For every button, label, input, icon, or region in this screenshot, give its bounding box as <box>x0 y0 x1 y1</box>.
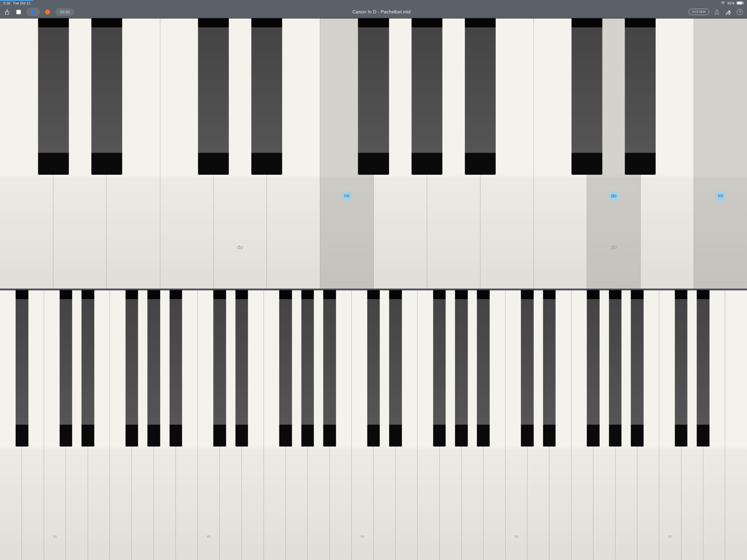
black-key[interactable] <box>631 290 644 447</box>
black-key[interactable] <box>697 290 710 447</box>
battery-percentage: 91% <box>727 1 735 5</box>
black-key[interactable] <box>279 290 292 447</box>
keyboard-upper: domidodomi <box>0 18 747 288</box>
black-key[interactable] <box>433 290 446 447</box>
black-key[interactable] <box>358 18 389 175</box>
song-title: Canon In D - Pachelbel.mid <box>78 9 685 15</box>
black-key[interactable] <box>213 290 226 447</box>
active-note-marker: mi <box>716 191 725 201</box>
sustain-button[interactable]: SUSTAIN <box>689 9 709 15</box>
record-button[interactable] <box>44 8 51 16</box>
key-label: do <box>361 535 364 538</box>
black-key[interactable] <box>301 290 314 447</box>
play-icon <box>32 9 35 15</box>
keyboard-lower: dododododo <box>0 290 747 560</box>
black-key[interactable] <box>198 18 229 175</box>
black-key[interactable] <box>323 290 336 447</box>
black-key[interactable] <box>625 18 656 175</box>
black-key[interactable] <box>477 290 490 447</box>
black-key[interactable] <box>16 290 28 447</box>
play-button[interactable] <box>26 8 40 16</box>
keyboard-area: domidodomi dododododo <box>0 18 747 560</box>
stop-button[interactable] <box>15 8 22 16</box>
key-label: do <box>53 535 57 538</box>
wifi-icon <box>721 1 725 5</box>
black-key[interactable] <box>126 290 138 447</box>
status-bar: 2:18 Tue Oct 12 91% <box>0 0 747 6</box>
key-label: do <box>668 535 672 538</box>
key-label: do <box>207 535 210 538</box>
black-key[interactable] <box>543 290 556 447</box>
key-label: do <box>515 535 518 538</box>
key-label: do <box>237 244 243 251</box>
black-key[interactable] <box>609 290 622 447</box>
help-button[interactable]: ? <box>736 8 744 16</box>
black-key[interactable] <box>521 290 534 447</box>
svg-rect-2 <box>743 2 744 4</box>
black-key[interactable] <box>81 290 94 447</box>
settings-button[interactable] <box>725 8 732 16</box>
toolbar: 00:39 Canon In D - Pachelbel.mid SUSTAIN… <box>0 6 747 18</box>
help-icon: ? <box>737 9 743 15</box>
black-key[interactable] <box>389 290 402 447</box>
black-key[interactable] <box>675 290 688 447</box>
white-key[interactable]: mi <box>694 18 747 288</box>
black-key[interactable] <box>147 290 160 447</box>
svg-rect-1 <box>737 2 742 4</box>
black-key[interactable] <box>412 18 442 175</box>
key-label: do <box>611 244 617 251</box>
black-key[interactable] <box>465 18 496 175</box>
black-key[interactable] <box>235 290 248 447</box>
black-key[interactable] <box>367 290 380 447</box>
black-key[interactable] <box>38 18 69 175</box>
time-display[interactable]: 00:39 <box>55 8 74 16</box>
black-key[interactable] <box>60 290 73 447</box>
battery-icon <box>737 1 744 5</box>
record-icon <box>45 9 50 15</box>
active-note-marker: mi <box>342 191 352 201</box>
share-button[interactable] <box>3 8 11 16</box>
status-date: Tue Oct 12 <box>13 1 30 5</box>
black-key[interactable] <box>170 290 182 447</box>
black-key[interactable] <box>455 290 468 447</box>
black-key[interactable] <box>91 18 122 175</box>
metronome-button[interactable] <box>713 8 721 16</box>
active-note-marker: do <box>609 191 619 201</box>
time-display-text: 00:39 <box>60 10 70 14</box>
status-time: 2:18 <box>3 1 10 5</box>
black-key[interactable] <box>571 18 602 175</box>
black-key[interactable] <box>587 290 600 447</box>
white-key[interactable] <box>725 290 747 560</box>
black-key[interactable] <box>251 18 282 175</box>
